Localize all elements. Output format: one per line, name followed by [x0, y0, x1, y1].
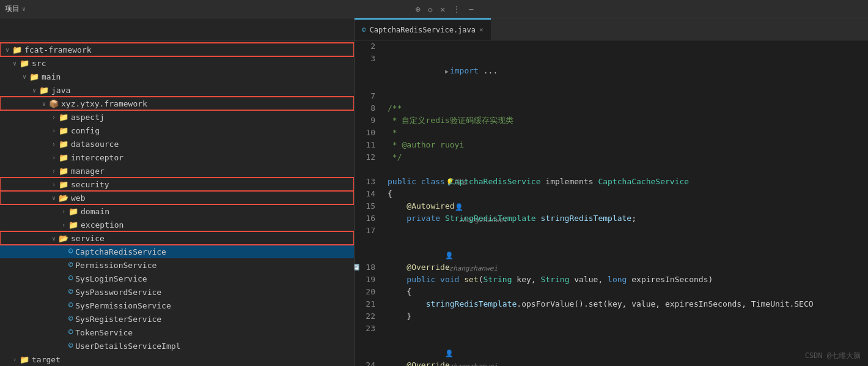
- tree-item-sys-login-service[interactable]: © SysLoginService: [0, 272, 354, 285]
- line-num-20: 20: [355, 286, 385, 298]
- code-line-3: 3 ▶import ...: [355, 53, 868, 90]
- code-line-13: 13 public class CaptchaRedisService impl…: [355, 176, 868, 188]
- collapse-btn-import[interactable]: ▶: [445, 68, 449, 75]
- code-line-9: 9 * 自定义redis验证码缓存实现类: [355, 114, 868, 127]
- tree-item-manager[interactable]: › 📁 manager: [0, 164, 354, 177]
- arrow-java: ∨: [29, 87, 39, 94]
- tree-item-web[interactable]: ∨ 📂 web: [0, 191, 354, 204]
- tree-item-target[interactable]: › 📁 target: [0, 353, 354, 366]
- more-icon[interactable]: ⋮: [452, 4, 461, 14]
- line-num-19: 19: [355, 274, 385, 286]
- java-icon-permission: ©: [68, 261, 73, 269]
- folder-icon-java: 📁: [39, 86, 49, 95]
- close-icon[interactable]: ✕: [440, 4, 445, 14]
- arrow-security: ›: [49, 181, 59, 188]
- tree-item-aspectj[interactable]: › 📁 aspectj: [0, 110, 354, 124]
- java-icon-syspassword: ©: [68, 288, 73, 296]
- arrow-manager: ›: [49, 168, 59, 174]
- label-interceptor: interceptor: [71, 153, 123, 162]
- tree-item-sys-password-service[interactable]: © SysPasswordService: [0, 285, 354, 299]
- tree-item-domain[interactable]: › 📁 domain: [0, 204, 354, 218]
- line-num-3: 3: [355, 53, 385, 65]
- line-num-13: 13: [355, 176, 385, 188]
- tree-item-src[interactable]: ∨ 📁 src: [0, 56, 354, 70]
- tree-item-permission-service[interactable]: © PermissionService: [0, 258, 354, 272]
- top-bar: 项目 ∨ ⊕ ◇ ✕ ⋮ −: [0, 0, 868, 18]
- folder-icon-manager: 📁: [59, 166, 68, 176]
- tree-item-captcha-redis-service[interactable]: © CaptchaRedisService: [0, 245, 354, 258]
- label-web: web: [71, 193, 85, 203]
- label-target: target: [32, 355, 61, 364]
- line-num-9: 9: [355, 114, 385, 127]
- minimize-icon[interactable]: −: [468, 4, 473, 14]
- tree-item-xyz-framework[interactable]: ∨ 📦 xyz.ytxy.framework: [0, 97, 354, 110]
- java-file-icon: ©: [362, 26, 366, 34]
- tree-item-security[interactable]: › 📁 security: [0, 177, 354, 191]
- folder-icon-security: 📁: [59, 180, 68, 189]
- tree-item-datasource[interactable]: › 📁 datasource: [0, 137, 354, 151]
- diamond-icon[interactable]: ◇: [428, 4, 433, 14]
- folder-icon-web: 📂: [59, 193, 68, 203]
- code-editor: 2 3 ▶import ... 7 8: [355, 40, 868, 366]
- label-fcat-framework: fcat-framework: [24, 45, 92, 54]
- editor-content[interactable]: 2 3 ▶import ... 7 8: [355, 40, 868, 366]
- sidebar-header: [0, 18, 355, 40]
- tree-item-userdetails-service[interactable]: © UserDetailsServiceImpl: [0, 339, 354, 353]
- tree-item-sys-register-service[interactable]: © SysRegisterService: [0, 312, 354, 326]
- tree-item-exception[interactable]: › 📁 exception: [0, 218, 354, 231]
- folder-icon-main: 📁: [29, 72, 39, 81]
- java-icon-sysregister: ©: [68, 315, 73, 323]
- line-num-2: 2: [355, 40, 385, 53]
- label-userdetails-service: UserDetailsServiceImpl: [75, 342, 180, 351]
- package-icon-xyz: 📦: [49, 99, 59, 108]
- tree-item-fcat-framework[interactable]: ∨ 📁 fcat-framework: [0, 43, 354, 56]
- project-text: 项目: [5, 4, 20, 14]
- label-exception: exception: [81, 220, 123, 230]
- label-java: java: [51, 86, 70, 95]
- arrow-aspectj: ›: [49, 114, 59, 121]
- folder-icon-config: 📁: [59, 126, 68, 135]
- folder-icon-target: 📁: [20, 355, 29, 364]
- arrow-datasource: ›: [49, 141, 59, 148]
- arrow-config: ›: [49, 127, 59, 134]
- tree-item-token-service[interactable]: © TokenService: [0, 326, 354, 339]
- project-label[interactable]: 项目 ∨: [5, 4, 26, 14]
- arrow-web: ∨: [49, 195, 59, 201]
- tab-captcha-redis-service[interactable]: © CaptchaRedisService.java ✕: [355, 18, 491, 40]
- line-num-14: 14: [355, 188, 385, 200]
- line-num-8: 8: [355, 102, 385, 114]
- tree-item-service[interactable]: ∨ 📂 service: [0, 231, 354, 245]
- code-line-22: 22 }: [355, 310, 868, 323]
- folder-icon-exception: 📁: [68, 220, 78, 230]
- code-line-14: 14 {: [355, 188, 868, 200]
- code-line-16: 16 private StringRedisTemplate stringRed…: [355, 212, 868, 225]
- code-line-19: 19 public void set(String key, String va…: [355, 274, 868, 286]
- tree-item-java[interactable]: ∨ 📁 java: [0, 83, 354, 97]
- arrow-service: ∨: [49, 235, 59, 242]
- folder-icon-domain: 📁: [68, 207, 78, 216]
- label-service: service: [71, 234, 105, 243]
- code-hint-17b: – ∨: [355, 249, 868, 261]
- watermark-text: CSDN @七维大脑: [805, 351, 861, 360]
- arrow-main: ∨: [20, 73, 29, 80]
- tree-item-main[interactable]: ∨ 📁 main: [0, 70, 354, 83]
- line-num-22: 22: [355, 310, 385, 323]
- line-num-24: 24: [355, 359, 385, 366]
- sync-icon[interactable]: ⊕: [415, 4, 420, 14]
- tree-item-interceptor[interactable]: › 📁 interceptor: [0, 151, 354, 164]
- label-sys-permission-service: SysPermissionService: [75, 301, 171, 310]
- line-num-18: 18🔄: [355, 261, 385, 274]
- tree-item-config[interactable]: › 📁 config: [0, 124, 354, 137]
- code-line-24: 24 @Override: [355, 359, 868, 366]
- code-line-10: 10 *: [355, 127, 868, 139]
- tab-close-btn[interactable]: ✕: [479, 26, 484, 34]
- tab-bar: © CaptchaRedisService.java ✕: [0, 18, 868, 40]
- line-num-16: 16: [355, 212, 385, 225]
- label-aspectj: aspectj: [71, 113, 105, 122]
- java-icon-token: ©: [68, 328, 73, 337]
- tree-item-sys-permission-service[interactable]: © SysPermissionService: [0, 299, 354, 312]
- arrow-domain: ›: [59, 208, 68, 215]
- label-main: main: [42, 72, 61, 81]
- code-hint-17a: – 👤 zhangzhanwei: [355, 237, 868, 249]
- line-num-10: 10: [355, 127, 385, 139]
